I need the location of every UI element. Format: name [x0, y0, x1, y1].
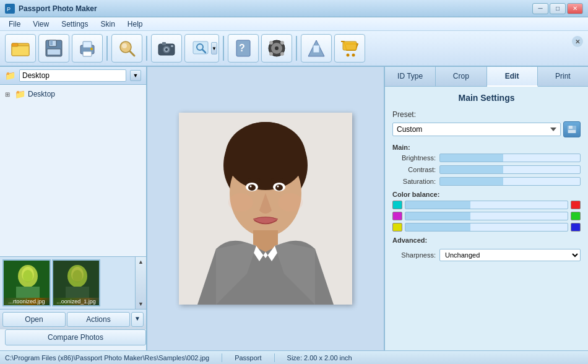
- titlebar: P Passport Photo Maker ─ □ ✕: [0, 0, 588, 17]
- toolbar-separator-3: [223, 36, 224, 61]
- svg-text:?: ?: [239, 43, 245, 53]
- close-panel-button[interactable]: ✕: [572, 36, 583, 47]
- tree-item-label: Desktop: [28, 90, 55, 98]
- save-button[interactable]: [38, 34, 69, 63]
- thumbnail-scrollbar[interactable]: ▲ ▼: [135, 257, 146, 309]
- video-button[interactable]: [261, 34, 292, 63]
- tree-folder-icon: 📁: [15, 89, 25, 99]
- tab-crop[interactable]: Crop: [436, 67, 486, 86]
- saturation-slider[interactable]: [439, 177, 581, 186]
- help-button[interactable]: ?: [228, 34, 259, 63]
- svg-rect-11: [83, 51, 92, 56]
- preset-select[interactable]: Custom Default Portrait: [392, 123, 561, 136]
- app-title: Passport Photo Maker: [19, 4, 97, 13]
- green-dot: [571, 212, 581, 220]
- svg-rect-3: [12, 46, 29, 56]
- actions-dropdown-arrow[interactable]: ▼: [131, 312, 144, 327]
- search-button[interactable]: [111, 34, 142, 63]
- menu-file[interactable]: File: [4, 19, 25, 30]
- menu-skin[interactable]: Skin: [96, 19, 120, 30]
- svg-point-43: [23, 270, 33, 282]
- file-tree: ⊞ 📁 Desktop: [0, 85, 146, 256]
- contrast-slider[interactable]: [439, 165, 581, 174]
- thumbnail-2-label: ...oonized_1.jpg: [53, 298, 99, 305]
- sharpness-label: Sharpness:: [392, 251, 436, 259]
- tab-print[interactable]: Print: [538, 67, 588, 86]
- svg-point-57: [275, 184, 283, 191]
- camera-button[interactable]: [151, 34, 182, 63]
- brightness-label: Brightness:: [392, 154, 436, 162]
- preset-label: Preset:: [392, 110, 581, 119]
- yellow-blue-slider[interactable]: [405, 223, 568, 232]
- status-separator-1: [222, 353, 222, 362]
- scroll-up-arrow[interactable]: ▲: [136, 257, 146, 267]
- sharpness-select[interactable]: Unchanged Sharpen Soften: [439, 249, 581, 261]
- svg-rect-21: [171, 45, 173, 47]
- preset-row: Custom Default Portrait: [392, 121, 581, 137]
- contrast-label: Contrast:: [392, 166, 436, 173]
- status-separator-2: [274, 353, 275, 362]
- toolbar-separator-1: [106, 36, 108, 61]
- close-button[interactable]: ✕: [567, 3, 583, 14]
- svg-point-32: [269, 52, 273, 56]
- yellow-blue-row: [392, 223, 581, 232]
- menu-help[interactable]: Help: [123, 19, 148, 30]
- folder-dropdown-arrow[interactable]: ▼: [130, 70, 141, 81]
- svg-rect-64: [568, 130, 576, 133]
- sharpness-row: Sharpness: Unchanged Sharpen Soften: [392, 249, 581, 261]
- color-balance-label: Color balance:: [392, 191, 581, 198]
- print-button[interactable]: [72, 34, 103, 63]
- menu-view[interactable]: View: [28, 19, 54, 30]
- photo-container: [179, 113, 352, 305]
- contrast-row: Contrast:: [392, 165, 581, 174]
- svg-text:P: P: [7, 6, 11, 12]
- svg-rect-42: [16, 287, 40, 298]
- svg-point-38: [352, 54, 355, 57]
- thumbnail-2[interactable]: ...oonized_1.jpg: [52, 259, 100, 306]
- menu-settings[interactable]: Settings: [56, 19, 93, 30]
- magenta-green-slider[interactable]: [405, 212, 568, 220]
- svg-rect-35: [313, 45, 319, 53]
- svg-point-60: [228, 193, 253, 212]
- maximize-button[interactable]: □: [550, 3, 566, 14]
- action-buttons-row: Open Actions ▼: [0, 309, 146, 329]
- thumbnail-1-label: ...rtoonized.jpg: [4, 298, 50, 305]
- app-icon: P: [5, 4, 15, 14]
- save-preset-button[interactable]: [563, 121, 581, 137]
- tab-edit[interactable]: Edit: [487, 67, 538, 87]
- open-button[interactable]: Open: [2, 312, 66, 327]
- export-button[interactable]: [301, 34, 332, 63]
- svg-point-29: [275, 46, 279, 50]
- open-folder-button[interactable]: [5, 34, 36, 63]
- zoom-button[interactable]: ▼: [184, 34, 219, 63]
- main-section-label: Main:: [392, 144, 581, 151]
- svg-point-19: [165, 48, 168, 51]
- actions-button[interactable]: Actions: [67, 312, 130, 327]
- thumbnail-1[interactable]: ...rtoonized.jpg: [2, 259, 51, 306]
- tree-expand-icon: ⊞: [5, 91, 12, 98]
- settings-title: Main Settings: [392, 93, 581, 103]
- folder-icon: 📁: [5, 71, 15, 80]
- brightness-row: Brightness:: [392, 154, 581, 162]
- tab-id-type[interactable]: ID Type: [385, 67, 436, 86]
- cyan-red-slider[interactable]: [405, 201, 568, 209]
- folder-selector[interactable]: Desktop: [19, 69, 126, 82]
- status-type: Passport: [235, 354, 261, 362]
- scroll-down-arrow[interactable]: ▼: [136, 299, 146, 309]
- statusbar: C:\Program Files (x86)\Passport Photo Ma…: [0, 350, 588, 364]
- tree-item-desktop[interactable]: ⊞ 📁 Desktop: [2, 87, 144, 101]
- svg-rect-36: [343, 41, 357, 50]
- cart-button[interactable]: [334, 34, 365, 63]
- status-size: Size: 2.00 x 2.00 inch: [287, 354, 352, 362]
- photo-preview-area: [147, 67, 384, 350]
- magenta-dot: [392, 212, 402, 220]
- compare-photos-button[interactable]: Compare Photos: [5, 329, 146, 345]
- saturation-row: Saturation:: [392, 177, 581, 186]
- minimize-button[interactable]: ─: [532, 3, 548, 14]
- svg-point-48: [72, 270, 82, 282]
- svg-point-61: [278, 193, 303, 212]
- toolbar: ▼ ? ✕: [0, 31, 588, 67]
- svg-rect-8: [47, 49, 61, 55]
- svg-point-30: [269, 41, 273, 45]
- brightness-slider[interactable]: [439, 154, 581, 162]
